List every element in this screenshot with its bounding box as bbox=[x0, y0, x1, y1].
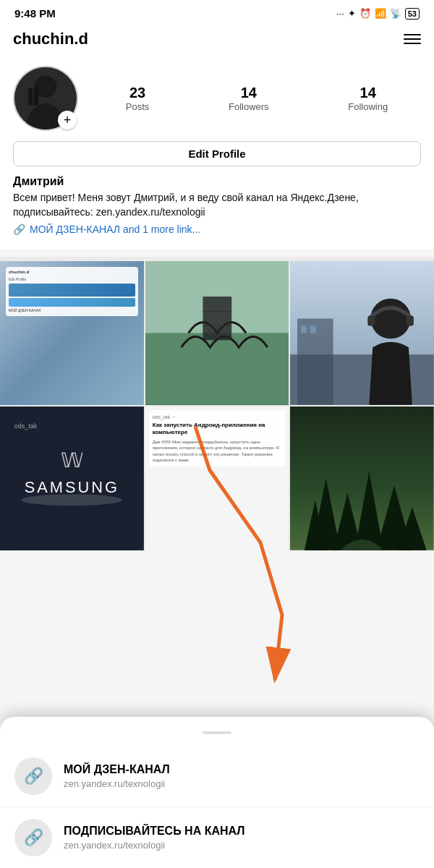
grid-cell-5[interactable]: ods_tak ··· Как запустить Андроид-прилож… bbox=[145, 407, 289, 550]
link-item-2[interactable]: 🔗 ПОДПИСЫВАЙТЕСЬ НА КАНАЛ zen.yandex.ru/… bbox=[0, 807, 434, 868]
link-details-2: ПОДПИСЫВАЙТЕСЬ НА КАНАЛ zen.yandex.ru/te… bbox=[64, 825, 245, 851]
forest-svg bbox=[290, 407, 434, 550]
grid-cell-1[interactable]: chuchin.d Edit Profile МОЙ ДЗЕН-КАНАЛ bbox=[0, 261, 144, 405]
link-title-1: МОЙ ДЗЕН-КАНАЛ bbox=[64, 763, 170, 776]
svg-point-20 bbox=[22, 494, 122, 506]
svg-text:ods_tak: ods_tak bbox=[14, 422, 38, 430]
signal-dots-icon: ··· bbox=[336, 8, 344, 19]
alarm-icon: ⏰ bbox=[359, 8, 371, 19]
link-icon-circle-2: 🔗 bbox=[14, 819, 52, 856]
posts-count: 23 bbox=[129, 85, 145, 101]
svg-point-12 bbox=[371, 299, 412, 339]
status-icons: ··· ✦ ⏰ 📶 📡 53 bbox=[336, 8, 420, 20]
link-title-2: ПОДПИСЫВАЙТЕСЬ НА КАНАЛ bbox=[64, 825, 245, 838]
link-url-1: zen.yandex.ru/texnologii bbox=[64, 778, 170, 789]
link-icon: 🔗 bbox=[13, 224, 25, 235]
sheet-handle bbox=[203, 731, 231, 734]
add-to-story-button[interactable]: + bbox=[58, 111, 77, 129]
link-url-2: zen.yandex.ru/texnologii bbox=[64, 840, 245, 851]
avatar-wrapper: + bbox=[13, 66, 78, 131]
cell-5-content: ods_tak ··· Как запустить Андроид-прилож… bbox=[149, 410, 286, 467]
link-details-1: МОЙ ДЗЕН-КАНАЛ zen.yandex.ru/texnologii bbox=[64, 763, 170, 789]
svg-text:𝕎: 𝕎 bbox=[61, 449, 83, 472]
profile-header: chuchin.d bbox=[0, 24, 434, 59]
links-bottom-sheet: 🔗 МОЙ ДЗЕН-КАНАЛ zen.yandex.ru/texnologi… bbox=[0, 717, 434, 868]
photo-grid: chuchin.d Edit Profile МОЙ ДЗЕН-КАНАЛ bbox=[0, 261, 434, 550]
grid-cell-2[interactable] bbox=[145, 261, 289, 405]
status-time: 9:48 PM bbox=[14, 7, 56, 20]
stats-row: 23 Posts 14 Followers 14 Following bbox=[93, 85, 421, 112]
followers-count: 14 bbox=[241, 85, 257, 101]
link-item-1[interactable]: 🔗 МОЙ ДЗЕН-КАНАЛ zen.yandex.ru/texnologi… bbox=[0, 746, 434, 807]
edit-profile-button[interactable]: Edit Profile bbox=[13, 141, 421, 166]
battery-indicator: 53 bbox=[405, 8, 420, 20]
svg-text:SAMSUNG: SAMSUNG bbox=[25, 478, 119, 496]
following-stat[interactable]: 14 Following bbox=[348, 85, 388, 112]
svg-rect-17 bbox=[310, 326, 316, 333]
chain-icon-1: 🔗 bbox=[24, 767, 43, 786]
grid-cell-4[interactable]: SAMSUNG 𝕎 ods_tak bbox=[0, 407, 144, 550]
display-name: Дмитрий bbox=[13, 175, 421, 188]
menu-line-1 bbox=[404, 34, 421, 35]
followers-label: Followers bbox=[229, 101, 269, 112]
person-svg bbox=[290, 261, 434, 405]
svg-rect-16 bbox=[301, 326, 307, 333]
profile-top-row: + 23 Posts 14 Followers 14 Following bbox=[13, 66, 421, 131]
status-bar: 9:48 PM ··· ✦ ⏰ 📶 📡 53 bbox=[0, 0, 434, 24]
building-svg bbox=[145, 261, 289, 405]
posts-label: Posts bbox=[126, 101, 150, 112]
svg-rect-6 bbox=[203, 297, 231, 341]
wifi-icon: 📡 bbox=[390, 8, 401, 19]
bio-section: Дмитрий Всем привет! Меня зовут Дмитрий,… bbox=[13, 166, 421, 238]
menu-line-3 bbox=[404, 43, 421, 44]
username-label: chuchin.d bbox=[13, 30, 88, 48]
posts-stat[interactable]: 23 Posts bbox=[126, 85, 150, 112]
followers-stat[interactable]: 14 Followers bbox=[229, 85, 269, 112]
following-count: 14 bbox=[360, 85, 376, 101]
menu-line-2 bbox=[404, 38, 421, 40]
grid-cell-6[interactable] bbox=[290, 407, 434, 550]
signal-bars-icon: 📶 bbox=[375, 8, 386, 19]
cell-1-content: chuchin.d Edit Profile МОЙ ДЗЕН-КАНАЛ bbox=[6, 267, 138, 316]
menu-button[interactable] bbox=[404, 34, 421, 44]
bluetooth-icon: ✦ bbox=[348, 8, 356, 19]
chain-icon-2: 🔗 bbox=[24, 828, 43, 847]
following-label: Following bbox=[348, 101, 388, 112]
profile-section: + 23 Posts 14 Followers 14 Following Edi… bbox=[0, 59, 434, 250]
samsung-svg: SAMSUNG 𝕎 ods_tak bbox=[0, 407, 144, 550]
link-icon-circle-1: 🔗 bbox=[14, 757, 52, 795]
svg-rect-14 bbox=[407, 316, 414, 326]
svg-rect-13 bbox=[368, 316, 375, 326]
link-text: МОЙ ДЗЕН-КАНАЛ and 1 more link... bbox=[30, 224, 200, 235]
bio-link[interactable]: 🔗 МОЙ ДЗЕН-КАНАЛ and 1 more link... bbox=[13, 224, 421, 235]
grid-cell-3[interactable] bbox=[290, 261, 434, 405]
bio-text: Всем привет! Меня зовут Дмитрий, и я вед… bbox=[13, 191, 421, 219]
